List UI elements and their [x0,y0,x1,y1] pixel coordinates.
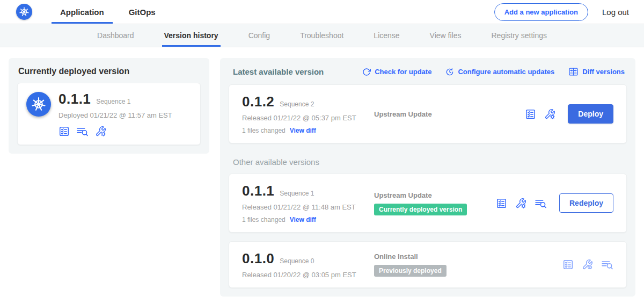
deploy-logs-icon[interactable] [76,126,89,137]
subnav-license[interactable]: License [371,24,401,47]
redeploy-button[interactable]: Redeploy [559,193,613,213]
version-card-0-1-2: 0.1.2 Sequence 2 Released 01/21/22 @ 05:… [229,84,627,143]
version-card-actions [562,259,613,270]
version-source-column: Upstream Update Currently deployed versi… [374,191,496,215]
version-card-actions: Redeploy [496,193,613,213]
version-sequence: Sequence 1 [280,190,314,197]
subnav-dashboard[interactable]: Dashboard [95,24,136,47]
topbar-actions: Add a new application Log out [494,0,629,24]
currently-deployed-badge: Currently deployed version [374,204,467,215]
version-card-0-1-1: 0.1.1 Sequence 1 Released 01/21/22 @ 11:… [229,174,627,233]
version-number: 0.1.2 [242,93,274,110]
logout-button[interactable]: Log out [602,8,629,17]
kubernetes-logo-icon [16,4,32,20]
subnav-troubleshoot[interactable]: Troubleshoot [298,24,346,47]
top-navbar: Application GitOps Add a new application… [0,0,644,24]
subnav-view-files[interactable]: View files [428,24,464,47]
tab-application[interactable]: Application [52,0,113,24]
deployed-sequence: Sequence 1 [96,98,130,105]
view-diff-link[interactable]: View diff [290,216,316,223]
version-sequence: Sequence 2 [280,100,314,108]
version-source: Upstream Update [374,110,432,118]
view-diff-link[interactable]: View diff [290,127,316,134]
version-info: 0.1.2 Sequence 2 Released 01/21/22 @ 05:… [242,93,374,134]
currently-deployed-panel: Currently deployed version 0.1.1 Sequenc… [9,58,209,154]
version-actions: Check for update Configure automatic upd… [362,67,625,77]
configure-automatic-updates-link[interactable]: Configure automatic updates [445,68,554,76]
version-source-column: Upstream Update [374,110,525,118]
app-subnav: Dashboard Version history Config Trouble… [0,24,644,47]
deployed-version-card: 0.1.1 Sequence 1 Deployed 01/21/22 @ 11:… [17,83,201,145]
main-content: Currently deployed version 0.1.1 Sequenc… [0,47,644,303]
previously-deployed-badge: Previously deployed [374,265,447,277]
deploy-button[interactable]: Deploy [568,104,613,124]
deployed-version-info: 0.1.1 Sequence 1 Deployed 01/21/22 @ 11:… [58,91,172,137]
latest-version-header: Latest available version [233,67,324,76]
deployed-panel-title: Currently deployed version [17,67,201,76]
subnav-registry-settings[interactable]: Registry settings [489,24,549,47]
edit-config-icon[interactable] [515,198,526,209]
diff-icon [568,67,579,77]
add-application-button[interactable]: Add a new application [494,3,588,21]
other-versions-header: Other available versions [229,157,627,167]
top-tabs: Application GitOps [52,0,164,24]
version-info: 0.1.1 Sequence 1 Released 01/21/22 @ 11:… [242,183,374,223]
files-changed-label: 1 files changed [242,127,286,134]
kots-admin-page: Application GitOps Add a new application… [0,0,644,303]
preflight-checks-icon[interactable] [496,198,507,209]
released-timestamp: Released 01/21/22 @ 05:37 pm EST [242,114,374,122]
refresh-icon [362,68,371,76]
deploy-logs-icon[interactable] [601,259,613,270]
released-timestamp: Released 01/20/22 @ 03:05 pm EST [242,271,374,279]
files-changed-label: 1 files changed [242,216,286,223]
preflight-checks-icon[interactable] [58,126,70,137]
version-number: 0.1.1 [242,183,274,199]
version-card-0-1-0: 0.1.0 Sequence 0 Released 01/20/22 @ 03:… [229,241,627,288]
version-sequence: Sequence 0 [280,257,314,265]
deployed-version-number: 0.1.1 [58,91,91,107]
tab-gitops[interactable]: GitOps [120,0,164,24]
version-card-actions: Deploy [525,104,613,124]
edit-config-icon[interactable] [544,109,555,120]
deployed-timestamp: Deployed 01/21/22 @ 11:57 am EST [58,111,172,119]
preflight-checks-icon[interactable] [562,259,574,270]
version-source-column: Online Install Previously deployed [374,252,562,277]
subnav-config[interactable]: Config [246,24,272,47]
available-versions-panel: Latest available version Check for updat… [220,58,635,297]
diff-versions-link[interactable]: Diff versions [568,67,625,77]
app-brand [16,0,32,24]
version-number: 0.1.0 [242,250,274,267]
schedule-icon [445,68,454,76]
edit-config-icon[interactable] [95,126,106,137]
version-info: 0.1.0 Sequence 0 Released 01/20/22 @ 03:… [242,250,374,279]
application-icon [26,92,51,117]
version-source: Online Install [374,252,418,261]
versions-panel-header: Latest available version Check for updat… [229,66,627,77]
subnav-version-history[interactable]: Version history [162,24,221,47]
deploy-logs-icon[interactable] [535,198,547,209]
view-config-icon[interactable] [582,259,593,270]
check-for-update-link[interactable]: Check for update [362,68,431,76]
preflight-checks-icon[interactable] [525,109,536,120]
version-source: Upstream Update [374,191,432,199]
released-timestamp: Released 01/21/22 @ 11:48 am EST [242,203,374,211]
